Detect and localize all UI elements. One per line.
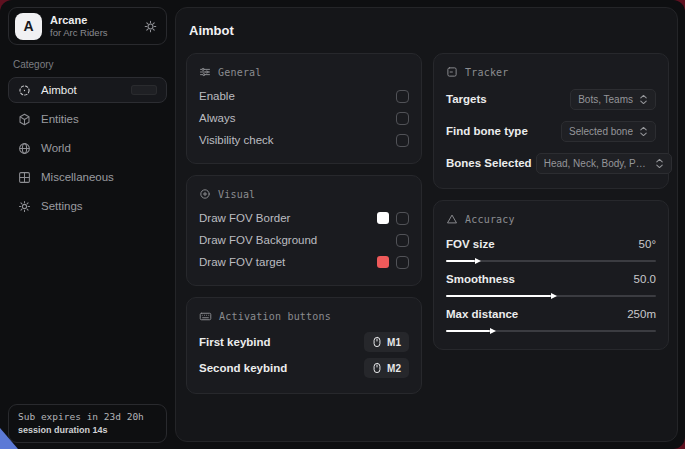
enable-checkbox[interactable]	[396, 90, 409, 103]
setting-label: Draw FOV target	[199, 256, 285, 268]
setting-row: Draw FOV target	[199, 251, 409, 273]
setting-row: Enable	[199, 85, 409, 107]
setting-row: Second keybind M2	[199, 355, 409, 381]
grid-icon	[18, 170, 32, 184]
keyboard-icon	[199, 310, 212, 323]
sidebar-item-label: Settings	[41, 200, 83, 212]
sidebar-item-label: Aimbot	[41, 84, 77, 96]
subscription-card: Sub expires in 23d 20h session duration …	[8, 404, 167, 443]
second-keybind-button[interactable]: M2	[364, 358, 409, 378]
fov-border-color-swatch[interactable]	[377, 212, 389, 224]
slider-fill	[446, 330, 490, 332]
setting-label: FOV size	[446, 238, 495, 250]
sidebar-item-settings[interactable]: Settings	[8, 193, 167, 219]
panel-visual: Visual Draw FOV Border Draw FOV Backgrou…	[186, 175, 422, 286]
panel-title: Activation buttons	[219, 311, 331, 322]
fov-target-checkbox[interactable]	[396, 256, 409, 269]
logo-card: A Arcane for Arc Riders	[8, 7, 167, 45]
slider-group: FOV size 50°	[446, 235, 656, 262]
setting-label: First keybind	[199, 336, 271, 348]
sidebar-item-entities[interactable]: Entities	[8, 106, 167, 132]
setting-label: Targets	[446, 93, 487, 105]
setting-row: First keybind M1	[199, 329, 409, 355]
setting-label: Enable	[199, 90, 235, 102]
panel-activation-buttons: Activation buttons First keybind M1	[186, 297, 422, 394]
triangle-icon	[446, 213, 458, 225]
panel-accuracy: Accuracy FOV size 50° Smoothness	[433, 200, 669, 350]
setting-row: Bones Selected Head, Neck, Body, Pe...	[446, 150, 656, 176]
mouse-icon	[372, 336, 382, 348]
mouse-icon	[372, 362, 382, 374]
fov-border-checkbox[interactable]	[396, 212, 409, 225]
sub-expiry-text: Sub expires in 23d 20h	[18, 411, 157, 422]
panel-title: Visual	[218, 189, 255, 200]
fov-size-slider[interactable]	[446, 260, 656, 262]
bones-selected-dropdown[interactable]: Head, Neck, Body, Pe...	[536, 153, 672, 174]
app-logo: A	[15, 13, 42, 40]
setting-label: Smoothness	[446, 273, 515, 285]
sidebar-item-label: Entities	[41, 113, 79, 125]
sidebar-item-world[interactable]: World	[8, 135, 167, 161]
setting-row: Visibility check	[199, 129, 409, 151]
cube-icon	[18, 112, 32, 126]
app-title: Arcane	[50, 14, 108, 27]
slider-value: 250m	[627, 308, 656, 320]
session-duration-text: session duration 14s	[18, 425, 157, 435]
chevrons-up-down-icon	[639, 126, 648, 137]
sliders-icon	[199, 66, 211, 78]
setting-label: Bones Selected	[446, 157, 532, 169]
keybind-value: M1	[387, 337, 401, 348]
sidebar-item-aimbot[interactable]: Aimbot	[8, 77, 167, 103]
smoothness-slider[interactable]	[446, 295, 656, 297]
setting-row: Draw FOV Background	[199, 229, 409, 251]
page-title: Aimbot	[189, 23, 669, 38]
setting-label: Visibility check	[199, 134, 274, 146]
always-checkbox[interactable]	[396, 112, 409, 125]
setting-label: Draw FOV Background	[199, 234, 317, 246]
chevrons-up-down-icon	[639, 94, 648, 105]
chevrons-up-down-icon	[655, 158, 664, 169]
panel-title: General	[218, 67, 262, 78]
dropdown-value: Selected bone	[569, 126, 633, 137]
panel-title: Accuracy	[465, 214, 515, 225]
setting-row: Find bone type Selected bone	[446, 118, 656, 144]
max-distance-slider[interactable]	[446, 330, 656, 332]
dropdown-value: Head, Neck, Body, Pe...	[544, 158, 649, 169]
category-label: Category	[13, 59, 167, 70]
setting-row: Draw FOV Border	[199, 207, 409, 229]
setting-row: Always	[199, 107, 409, 129]
slider-value: 50.0	[634, 273, 656, 285]
slider-group: Max distance 250m	[446, 305, 656, 332]
targets-dropdown[interactable]: Bots, Teams	[570, 89, 656, 110]
gear-icon	[18, 199, 32, 213]
crosshair-icon	[18, 83, 32, 97]
keybind-value: M2	[387, 363, 401, 374]
setting-label: Find bone type	[446, 125, 528, 137]
sidebar: A Arcane for Arc Riders Category	[0, 0, 175, 449]
slider-value: 50°	[639, 238, 656, 250]
app-window: A Arcane for Arc Riders Category	[0, 0, 685, 449]
app-subtitle: for Arc Riders	[50, 27, 108, 38]
setting-label: Max distance	[446, 308, 518, 320]
sidebar-item-label: Miscellaneous	[41, 171, 114, 183]
slider-group: Smoothness 50.0	[446, 270, 656, 297]
globe-icon	[18, 141, 32, 155]
dropdown-value: Bots, Teams	[578, 94, 633, 105]
panel-tracker: Tracker Targets Bots, Teams	[433, 53, 669, 189]
setting-label: Draw FOV Border	[199, 212, 290, 224]
focus-frame-icon	[446, 66, 458, 78]
fov-background-checkbox[interactable]	[396, 234, 409, 247]
gear-icon[interactable]	[144, 20, 157, 33]
first-keybind-button[interactable]: M1	[364, 332, 409, 352]
slider-fill	[446, 260, 475, 262]
setting-row: Targets Bots, Teams	[446, 86, 656, 112]
sidebar-item-miscellaneous[interactable]: Miscellaneous	[8, 164, 167, 190]
scan-eye-icon	[199, 188, 211, 200]
visibility-check-checkbox[interactable]	[396, 134, 409, 147]
panel-general: General Enable Always Visibility check	[186, 53, 422, 164]
app-logo-text: Arcane for Arc Riders	[50, 14, 108, 38]
find-bone-type-dropdown[interactable]: Selected bone	[561, 121, 656, 142]
hotkey-hint-placeholder	[131, 85, 157, 95]
main-content: Aimbot General	[175, 7, 678, 442]
fov-target-color-swatch[interactable]	[377, 256, 389, 268]
